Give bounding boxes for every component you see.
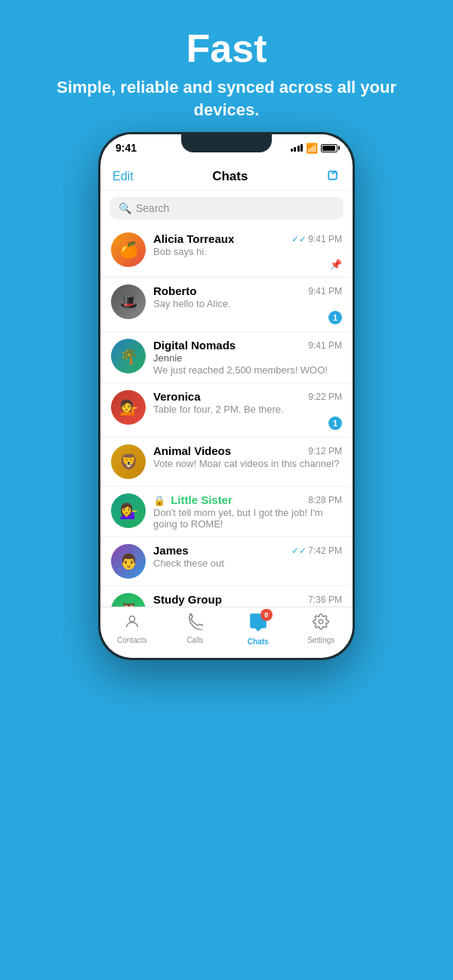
chat-preview: We just reached 2,500 members! WOO! bbox=[153, 364, 342, 376]
search-placeholder: Search bbox=[136, 202, 169, 214]
phone-inner: 9:41 📶 Edit Chats bbox=[100, 134, 353, 658]
lock-icon: 🔒 bbox=[153, 495, 165, 506]
chat-preview: Table for four, 2 PM. Be there. bbox=[153, 404, 342, 415]
unread-badge: 1 bbox=[328, 311, 342, 324]
tab-label-contacts: Contacts bbox=[117, 636, 146, 644]
tab-label-chats: Chats bbox=[248, 637, 269, 646]
signal-bars-icon bbox=[291, 144, 304, 152]
avatar: 🍊 bbox=[111, 232, 146, 267]
list-item[interactable]: 💁 Veronica 9:22 PM Table for four, 2 PM.… bbox=[100, 383, 353, 438]
tab-label-calls: Calls bbox=[186, 636, 203, 644]
chat-time: 9:12 PM bbox=[308, 446, 342, 456]
chat-time: 7:36 PM bbox=[308, 594, 342, 605]
avatar: 🦁 bbox=[111, 444, 146, 479]
chat-tab-badge: 8 bbox=[260, 609, 273, 621]
status-time: 9:41 bbox=[116, 142, 137, 154]
pin-icon: 📌 bbox=[330, 259, 342, 270]
chat-name: Veronica bbox=[153, 390, 201, 403]
app-header: Edit Chats bbox=[100, 164, 353, 191]
chats-tab-wrapper: 8 bbox=[248, 612, 268, 636]
chat-name: Study Group bbox=[153, 593, 222, 606]
read-receipt-icon: ✓✓ bbox=[291, 234, 307, 244]
tab-bar: Contacts Calls bbox=[100, 607, 353, 658]
svg-point-1 bbox=[129, 616, 134, 622]
chat-time: ✓✓ 9:41 PM bbox=[291, 234, 342, 244]
chat-preview: Don't tell mom yet, but I got the job! I… bbox=[153, 507, 342, 530]
chat-name: Animal Videos bbox=[153, 444, 231, 457]
avatar: 💁‍♀️ bbox=[111, 493, 146, 528]
chat-name: Roberto bbox=[153, 284, 197, 297]
unread-badge: 1 bbox=[328, 416, 342, 430]
hero-section: Fast Simple, reliable and synced across … bbox=[0, 0, 453, 143]
chat-sender: Jennie bbox=[153, 352, 342, 364]
avatar: 👨 bbox=[111, 544, 146, 579]
status-icons: 📶 bbox=[291, 143, 338, 154]
tab-calls[interactable]: Calls bbox=[164, 613, 227, 644]
list-item[interactable]: 💁‍♀️ 🔒 Little Sister 8:28 PM Don't tell … bbox=[100, 487, 353, 537]
tab-contacts[interactable]: Contacts bbox=[100, 613, 164, 644]
settings-icon bbox=[313, 613, 329, 634]
tab-settings[interactable]: Settings bbox=[290, 613, 353, 644]
chat-preview: Say hello to Alice. bbox=[153, 298, 342, 309]
phone-screen: Edit Chats 🔍 Search 🍊 bbox=[100, 164, 353, 658]
wifi-icon: 📶 bbox=[306, 143, 318, 154]
contacts-icon bbox=[124, 613, 140, 634]
svg-point-2 bbox=[319, 619, 324, 624]
chat-time: 9:41 PM bbox=[308, 340, 342, 351]
calls-icon bbox=[186, 613, 203, 634]
chat-name: 🔒 Little Sister bbox=[153, 493, 233, 506]
chat-preview: Vote now! Moar cat videos in this channe… bbox=[153, 458, 342, 469]
list-item[interactable]: 🌴 Digital Nomads 9:41 PM Jennie We just … bbox=[100, 332, 353, 383]
phone-notch bbox=[181, 134, 272, 152]
phone-frame: 9:41 📶 Edit Chats bbox=[98, 132, 355, 660]
avatar: 💁 bbox=[111, 390, 146, 425]
chat-time: 9:22 PM bbox=[308, 392, 342, 402]
chat-name: James bbox=[153, 544, 189, 557]
avatar: 🌴 bbox=[111, 339, 146, 373]
page-title: Chats bbox=[212, 169, 248, 184]
avatar: 🎩 bbox=[111, 284, 146, 319]
chat-list: 🍊 Alicia Torreaux ✓✓ 9:41 PM Bob says hi… bbox=[100, 226, 353, 658]
list-item[interactable]: 🦁 Animal Videos 9:12 PM Vote now! Moar c… bbox=[100, 438, 353, 487]
edit-button[interactable]: Edit bbox=[112, 170, 134, 183]
search-icon: 🔍 bbox=[119, 202, 131, 214]
chat-preview: Check these out bbox=[153, 558, 342, 569]
search-bar[interactable]: 🔍 Search bbox=[109, 197, 344, 220]
hero-subtitle: Simple, reliable and synced across all y… bbox=[30, 76, 423, 121]
chat-preview: Bob says hi. bbox=[153, 246, 342, 257]
battery-icon bbox=[321, 144, 337, 152]
tab-label-settings: Settings bbox=[307, 636, 334, 644]
hero-title: Fast bbox=[30, 27, 423, 70]
list-item[interactable]: 🍊 Alicia Torreaux ✓✓ 9:41 PM Bob says hi… bbox=[100, 226, 353, 278]
chat-name: Digital Nomads bbox=[153, 339, 236, 352]
tab-chats[interactable]: 8 Chats bbox=[226, 612, 290, 646]
read-receipt-icon: ✓✓ bbox=[291, 545, 307, 556]
compose-icon[interactable] bbox=[327, 170, 341, 183]
list-item[interactable]: 🎩 Roberto 9:41 PM Say hello to Alice. 1 bbox=[100, 278, 353, 332]
list-item[interactable]: 👨 James ✓✓ 7:42 PM Check these out bbox=[100, 537, 353, 586]
chat-time: ✓✓ 7:42 PM bbox=[291, 545, 342, 556]
chat-time: 8:28 PM bbox=[308, 495, 342, 505]
chat-time: 9:41 PM bbox=[308, 286, 342, 296]
chat-name: Alicia Torreaux bbox=[153, 232, 234, 245]
